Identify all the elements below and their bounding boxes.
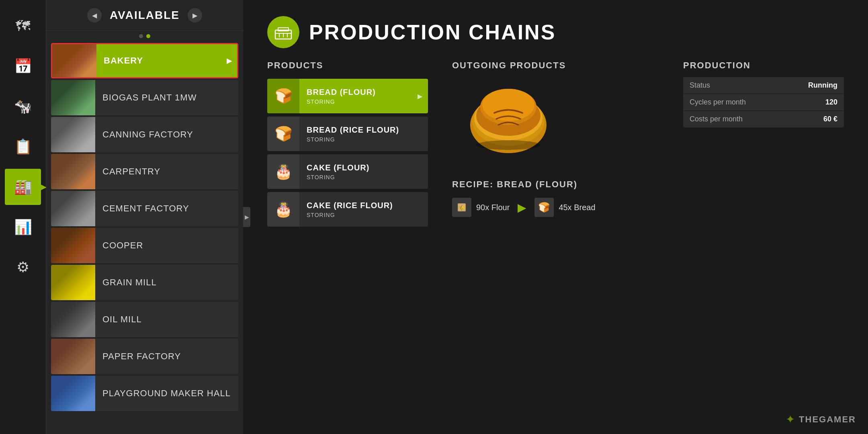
building-name: BIOGAS PLANT 1MW <box>95 92 238 103</box>
building-list-panel: ◀ AVAILABLE ▶ BAKERY ▶ BIOGAS PLANT 1MW … <box>46 0 243 434</box>
stat-status: Status Running <box>683 77 844 94</box>
building-item[interactable]: COOPER <box>51 228 238 263</box>
building-item[interactable]: GRAIN MILL <box>51 265 238 300</box>
sidebar-item-tasks[interactable]: 📋 <box>5 129 41 165</box>
building-name: BAKERY <box>96 55 227 66</box>
production-title: PRODUCTION <box>683 60 844 71</box>
stat-costs: Costs per month 60 € <box>683 111 844 128</box>
sidebar-item-production[interactable]: 🏭 <box>5 169 41 205</box>
building-item[interactable]: OIL MILL <box>51 302 238 337</box>
product-info: BREAD (FLOUR) STORING <box>299 88 418 105</box>
recipe-title: RECIPE: BREAD (FLOUR) <box>452 179 844 190</box>
sidebar-item-livestock[interactable]: 🐄 <box>5 88 41 125</box>
pagination <box>46 31 243 40</box>
products-list: 🍞 BREAD (FLOUR) STORING ▶ 🍞 BREAD (RICE … <box>267 79 428 227</box>
building-item[interactable]: CANNING FACTORY <box>51 117 238 152</box>
output: 🍞 45x Bread <box>534 198 595 217</box>
recipe-section: RECIPE: BREAD (FLOUR) 🌾 90x Flour ▶ <box>452 179 844 217</box>
product-arrow-icon: ▶ <box>418 92 428 100</box>
collapse-button[interactable]: ▶ <box>243 207 250 227</box>
bread-output-icon: 🍞 <box>534 198 554 217</box>
svg-text:🌾: 🌾 <box>459 205 466 211</box>
dot-1 <box>139 34 143 38</box>
product-status: STORING <box>307 98 410 105</box>
page-header: PRODUCTION CHAINS <box>267 16 844 48</box>
sidebar-item-settings[interactable]: ⚙ <box>5 249 41 285</box>
product-item[interactable]: 🍞 BREAD (FLOUR) STORING ▶ <box>267 79 428 113</box>
nav-right-button[interactable]: ▶ <box>188 8 202 23</box>
production-stats: Status Running Cycles per month 120 Cost… <box>683 77 844 128</box>
building-item[interactable]: BAKERY ▶ <box>51 43 238 78</box>
building-item[interactable]: PLAYGROUND MAKER HALL <box>51 376 238 411</box>
products-col-title: PRODUCTS <box>267 60 428 71</box>
building-item[interactable]: PAPER FACTORY <box>51 339 238 374</box>
building-arrow-icon: ▶ <box>227 56 237 65</box>
building-item[interactable]: CEMENT FACTORY <box>51 191 238 226</box>
product-status: STORING <box>307 136 421 143</box>
nav-left-button[interactable]: ◀ <box>87 8 102 23</box>
production-icon: 🏭 <box>14 178 32 195</box>
recipe-arrow-icon: ▶ <box>518 201 526 214</box>
building-name: PLAYGROUND MAKER HALL <box>95 388 238 399</box>
gear-icon: ⚙ <box>16 259 29 276</box>
product-info: CAKE (FLOUR) STORING <box>299 163 428 180</box>
product-name: CAKE (FLOUR) <box>307 163 421 172</box>
building-thumbnail <box>51 191 95 226</box>
watermark-icon: ✦ <box>786 413 795 426</box>
building-thumbnail <box>51 302 95 337</box>
product-item[interactable]: 🍞 BREAD (RICE FLOUR) STORING <box>267 117 428 151</box>
product-item[interactable]: 🎂 CAKE (RICE FLOUR) STORING <box>267 192 428 227</box>
product-icon: 🎂 <box>267 192 299 227</box>
panel-header: ◀ AVAILABLE ▶ <box>46 0 243 31</box>
product-item[interactable]: 🎂 CAKE (FLOUR) STORING <box>267 154 428 189</box>
building-thumbnail <box>51 80 95 115</box>
building-name: CARPENTRY <box>95 166 238 177</box>
building-name: COOPER <box>95 240 238 251</box>
sidebar-item-calendar[interactable]: 📅 <box>5 48 41 84</box>
flour-icon: 🌾 <box>452 198 471 217</box>
stats-icon: 📊 <box>14 219 32 235</box>
building-thumbnail <box>51 228 95 263</box>
product-name: BREAD (RICE FLOUR) <box>307 125 421 135</box>
building-thumbnail <box>51 117 95 152</box>
page-icon <box>267 16 299 48</box>
sidebar-item-map[interactable]: 🗺 <box>5 8 41 44</box>
building-item[interactable]: CARPENTRY <box>51 154 238 189</box>
building-name: GRAIN MILL <box>95 277 238 288</box>
page-title: PRODUCTION CHAINS <box>309 20 556 44</box>
ingredient: 🌾 90x Flour <box>452 198 510 217</box>
product-icon: 🎂 <box>267 154 299 189</box>
dot-2 <box>146 34 150 38</box>
sidebar: 🗺 📅 🐄 📋 🏭 📊 ⚙ <box>0 0 46 434</box>
recipe-row: 🌾 90x Flour ▶ 🍞 45x Bread <box>452 198 844 217</box>
main-content: PRODUCTION CHAINS PRODUCTS 🍞 BREAD (FLOU… <box>243 0 868 434</box>
calendar-icon: 📅 <box>14 58 32 75</box>
product-name: CAKE (RICE FLOUR) <box>307 201 421 210</box>
product-icon: 🍞 <box>267 117 299 151</box>
output-label: 45x Bread <box>559 203 595 212</box>
tasks-icon: 📋 <box>14 138 32 155</box>
watermark-text: THEGAMER <box>799 414 856 425</box>
building-thumbnail <box>51 154 95 189</box>
building-thumbnail <box>51 265 95 300</box>
watermark: ✦ THEGAMER <box>786 413 856 426</box>
map-icon: 🗺 <box>16 18 30 35</box>
livestock-icon: 🐄 <box>14 98 32 115</box>
bread-icon <box>464 83 553 159</box>
building-name: OIL MILL <box>95 314 238 325</box>
product-status: STORING <box>307 174 421 180</box>
building-name: PAPER FACTORY <box>95 351 238 362</box>
product-name: BREAD (FLOUR) <box>307 88 410 97</box>
building-thumbnail <box>51 339 95 374</box>
stat-cycles: Cycles per month 120 <box>683 94 844 111</box>
ingredient-label: 90x Flour <box>476 203 510 212</box>
building-thumbnail <box>51 376 95 411</box>
building-item[interactable]: BIOGAS PLANT 1MW <box>51 80 238 115</box>
product-status: STORING <box>307 212 421 218</box>
building-thumbnail <box>52 43 96 78</box>
sidebar-item-stats[interactable]: 📊 <box>5 209 41 245</box>
product-info: BREAD (RICE FLOUR) STORING <box>299 125 428 143</box>
product-info: CAKE (RICE FLOUR) STORING <box>299 201 428 218</box>
product-icon: 🍞 <box>267 79 299 113</box>
building-name: CANNING FACTORY <box>95 129 238 140</box>
